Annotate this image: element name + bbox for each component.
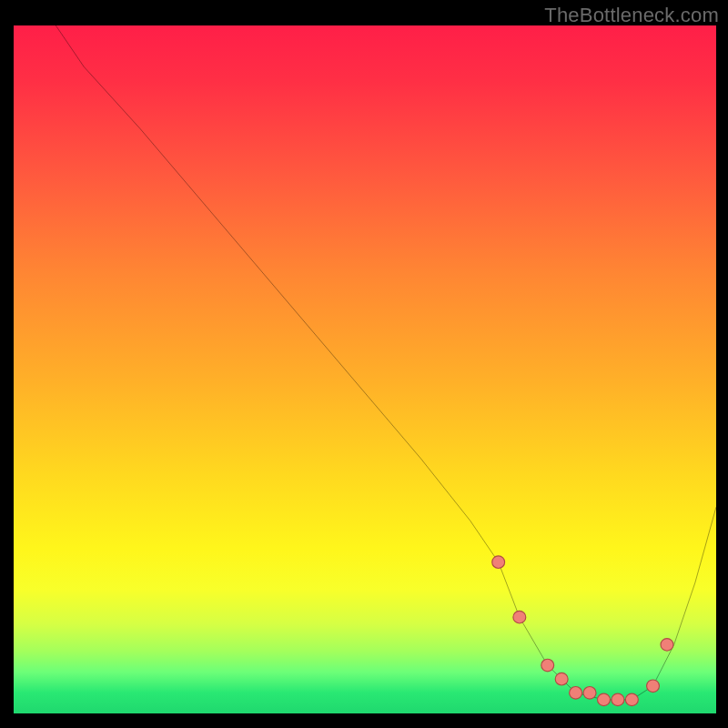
highlight-markers bbox=[492, 556, 673, 706]
watermark-text: TheBottleneck.com bbox=[544, 4, 719, 27]
marker-dot bbox=[492, 556, 505, 569]
marker-dot bbox=[612, 693, 624, 706]
marker-dot bbox=[513, 611, 526, 623]
marker-dot bbox=[598, 693, 611, 706]
marker-dot bbox=[541, 659, 554, 672]
marker-dot bbox=[555, 672, 568, 685]
curve-path bbox=[14, 25, 716, 700]
chart-frame: TheBottleneck.com bbox=[0, 0, 728, 728]
chart-svg bbox=[14, 25, 716, 713]
marker-dot bbox=[583, 687, 596, 700]
marker-dot bbox=[570, 687, 582, 700]
marker-dot bbox=[661, 639, 673, 652]
plot-area bbox=[14, 25, 716, 713]
bottleneck-curve bbox=[14, 25, 716, 700]
marker-dot bbox=[647, 680, 660, 693]
marker-dot bbox=[625, 693, 638, 706]
